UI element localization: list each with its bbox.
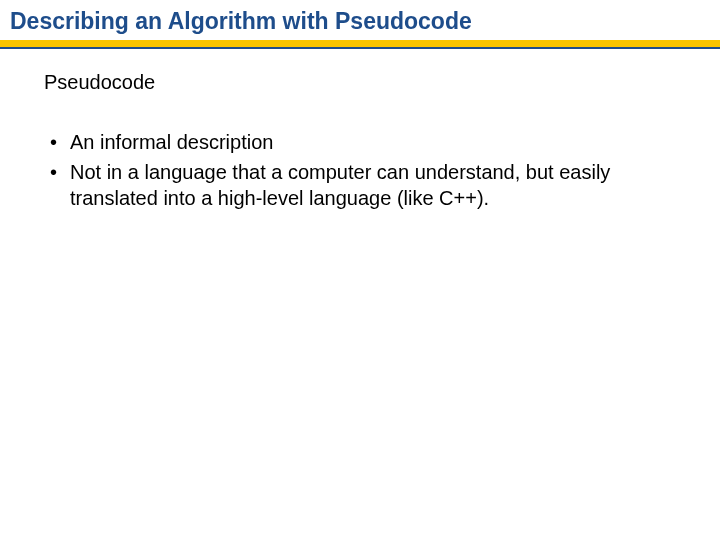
list-item: Not in a language that a computer can un… [48, 159, 680, 211]
title-rule [0, 40, 720, 49]
slide-title: Describing an Algorithm with Pseudocode [10, 8, 710, 36]
slide: Describing an Algorithm with Pseudocode … [0, 0, 720, 540]
list-item: An informal description [48, 129, 680, 155]
title-bar: Describing an Algorithm with Pseudocode [0, 0, 720, 36]
content-area: Pseudocode An informal description Not i… [0, 49, 720, 211]
rule-yellow [0, 40, 720, 47]
bullet-list: An informal description Not in a languag… [48, 129, 680, 211]
subheading: Pseudocode [44, 69, 680, 95]
